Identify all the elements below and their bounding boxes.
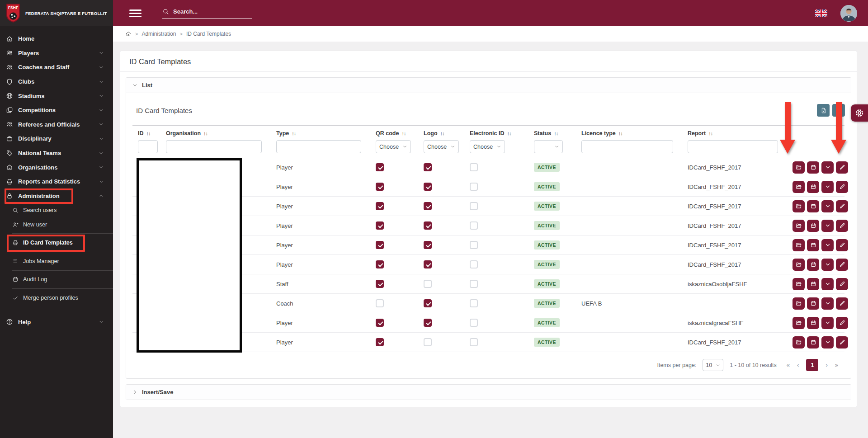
open-template-button[interactable] <box>793 297 805 310</box>
validity-calendar-button[interactable] <box>807 336 819 349</box>
filter-report-input[interactable] <box>688 140 778 153</box>
sort-icon[interactable]: ↑↓ <box>507 131 511 136</box>
logo-checkbox[interactable] <box>424 299 432 307</box>
qr-code-checkbox[interactable] <box>376 241 384 249</box>
sort-icon[interactable]: ↑↓ <box>708 131 712 136</box>
validity-calendar-button[interactable] <box>807 317 819 329</box>
filter-logo-select[interactable]: Choose <box>424 140 459 153</box>
edit-template-button[interactable] <box>836 200 848 212</box>
electronic-id-checkbox[interactable] <box>470 163 478 171</box>
column-header-id[interactable]: ID↑↓ <box>132 130 160 137</box>
breadcrumb-administration[interactable]: Administration <box>142 31 176 37</box>
sort-icon[interactable]: ↑↓ <box>401 131 406 136</box>
validity-calendar-button[interactable] <box>807 181 819 193</box>
sidebar-item-competitions[interactable]: Competitions <box>0 103 113 118</box>
logo-checkbox[interactable] <box>424 319 432 327</box>
expand-row-button[interactable] <box>821 278 834 290</box>
export-excel-button[interactable] <box>817 104 830 117</box>
edit-template-button[interactable] <box>836 278 848 290</box>
qr-code-checkbox[interactable] <box>376 299 384 307</box>
open-template-button[interactable] <box>793 336 805 349</box>
sidebar-item-help[interactable]: Help <box>0 315 113 330</box>
breadcrumb-id-card-templates[interactable]: ID Card Templates <box>186 31 231 37</box>
filter-qr-code-select[interactable]: Choose <box>376 140 411 153</box>
electronic-id-checkbox[interactable] <box>470 260 478 268</box>
validity-calendar-button[interactable] <box>807 200 819 212</box>
expand-row-button[interactable] <box>821 239 834 251</box>
expand-row-button[interactable] <box>821 336 834 349</box>
sort-icon[interactable]: ↑↓ <box>618 131 623 136</box>
logo-checkbox[interactable] <box>424 241 432 249</box>
electronic-id-checkbox[interactable] <box>470 280 478 288</box>
column-header-electronic-id[interactable]: Electronic ID↑↓ <box>464 130 528 137</box>
filter-id-input[interactable] <box>138 140 158 153</box>
logo-checkbox[interactable] <box>424 338 432 346</box>
electronic-id-checkbox[interactable] <box>470 299 478 307</box>
electronic-id-checkbox[interactable] <box>470 202 478 210</box>
sidebar-item-organisations[interactable]: Organisations <box>0 160 113 174</box>
open-template-button[interactable] <box>793 200 805 212</box>
sidebar-item-stadiums[interactable]: Stadiums <box>0 89 113 103</box>
first-page-button[interactable]: « <box>787 362 790 368</box>
settings-flyout-button[interactable] <box>851 104 868 122</box>
user-avatar[interactable] <box>840 5 857 22</box>
previous-page-button[interactable]: ‹ <box>797 362 799 368</box>
sidebar-item-clubs[interactable]: Clubs <box>0 75 113 89</box>
column-header-licence-type[interactable]: Licence type↑↓ <box>576 130 682 137</box>
electronic-id-checkbox[interactable] <box>470 338 478 346</box>
logo-checkbox[interactable] <box>424 183 432 191</box>
qr-code-checkbox[interactable] <box>376 183 384 191</box>
qr-code-checkbox[interactable] <box>376 202 384 210</box>
filter-organisation-input[interactable] <box>166 140 262 153</box>
column-header-report[interactable]: Report↑↓ <box>682 130 787 137</box>
insert-save-panel-header[interactable]: Insert/Save <box>126 385 851 400</box>
sidebar-item-referees-and-officials[interactable]: Referees and Officials <box>0 118 113 132</box>
qr-code-checkbox[interactable] <box>376 260 384 268</box>
edit-template-button[interactable] <box>836 336 848 349</box>
validity-calendar-button[interactable] <box>807 161 819 174</box>
current-page-button[interactable]: 1 <box>806 359 818 371</box>
qr-code-checkbox[interactable] <box>376 221 384 230</box>
next-page-button[interactable]: › <box>826 362 827 368</box>
sidebar-item-merge-person-profiles[interactable]: Merge person profiles <box>0 291 113 305</box>
logo-checkbox[interactable] <box>424 221 432 230</box>
edit-template-button[interactable] <box>836 181 848 193</box>
open-template-button[interactable] <box>793 220 805 232</box>
language-flag-uk[interactable] <box>815 9 827 17</box>
column-header-qr-code[interactable]: QR code↑↓ <box>370 130 418 137</box>
edit-template-button[interactable] <box>836 259 848 271</box>
expand-row-button[interactable] <box>821 220 834 232</box>
edit-template-button[interactable] <box>836 317 848 329</box>
open-template-button[interactable] <box>793 181 805 193</box>
open-template-button[interactable] <box>793 161 805 174</box>
electronic-id-checkbox[interactable] <box>470 183 478 191</box>
open-template-button[interactable] <box>793 259 805 271</box>
list-panel-header[interactable]: List <box>126 78 851 93</box>
column-header-status[interactable]: Status↑↓ <box>528 130 576 137</box>
column-header-organisation[interactable]: Organisation↑↓ <box>160 130 271 137</box>
logo-checkbox[interactable] <box>424 260 432 268</box>
validity-calendar-button[interactable] <box>807 278 819 290</box>
sidebar-item-players[interactable]: Players <box>0 46 113 61</box>
open-template-button[interactable] <box>793 278 805 290</box>
sort-icon[interactable]: ↑↓ <box>203 131 208 136</box>
sidebar-item-new-user[interactable]: New user <box>0 217 113 232</box>
expand-row-button[interactable] <box>821 181 834 193</box>
electronic-id-checkbox[interactable] <box>470 221 478 230</box>
open-template-button[interactable] <box>793 317 805 329</box>
expand-row-button[interactable] <box>821 161 834 174</box>
column-header-type[interactable]: Type↑↓ <box>271 130 370 137</box>
column-header-logo[interactable]: Logo↑↓ <box>418 130 464 137</box>
expand-row-button[interactable] <box>821 297 834 310</box>
validity-calendar-button[interactable] <box>807 239 819 251</box>
sort-icon[interactable]: ↑↓ <box>554 131 558 136</box>
expand-row-button[interactable] <box>821 200 834 212</box>
sidebar-item-reports-and-statistics[interactable]: Reports and Statistics <box>0 174 113 189</box>
logo-checkbox[interactable] <box>424 202 432 210</box>
sort-icon[interactable]: ↑↓ <box>440 131 444 136</box>
edit-template-button[interactable] <box>836 297 848 310</box>
edit-template-button[interactable] <box>836 220 848 232</box>
sidebar-item-search-users[interactable]: Search users <box>0 203 113 217</box>
qr-code-checkbox[interactable] <box>376 338 384 346</box>
filter-electronic-id-select[interactable]: Choose <box>470 140 505 153</box>
